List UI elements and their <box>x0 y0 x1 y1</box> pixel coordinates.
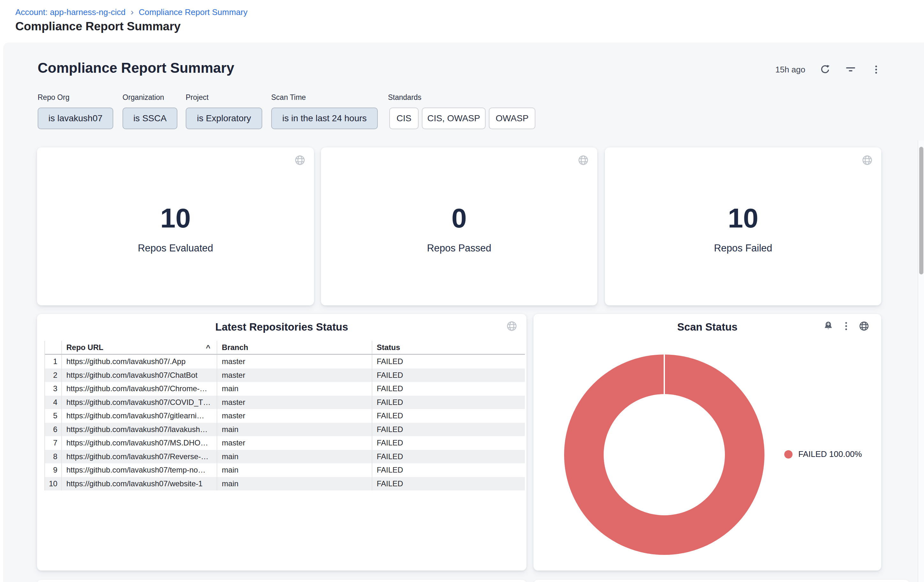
donut-hole <box>604 394 725 515</box>
stat-label: Repos Failed <box>605 242 881 254</box>
status-cell: FAILED <box>372 477 525 491</box>
more-options-icon[interactable] <box>840 320 852 332</box>
status-cell: FAILED <box>372 369 525 382</box>
app-header: Account: app-harness-ng-cicd›Compliance … <box>0 0 924 43</box>
filter-chip-standards-cis-owasp[interactable]: CIS, OWASP <box>422 107 486 129</box>
more-options-icon[interactable] <box>870 64 882 75</box>
filter-chip-repo-org[interactable]: is lavakush07 <box>38 107 113 129</box>
stat-card-repos-passed: 0 Repos Passed <box>321 147 597 305</box>
breadcrumb-current-link[interactable]: Compliance Report Summary <box>139 7 248 17</box>
stat-label: Repos Evaluated <box>37 242 314 254</box>
repositories-table: Repo URL ^ Branch Status 1 https://githu… <box>45 341 525 490</box>
scan-status-card: Scan Status FAILED 100.00% <box>533 314 881 570</box>
vertical-scrollbar[interactable] <box>917 140 924 582</box>
stat-value: 10 <box>605 202 881 234</box>
status-cell: FAILED <box>372 423 525 437</box>
status-cell: FAILED <box>372 355 525 369</box>
status-cell: FAILED <box>372 409 525 423</box>
repo-url-cell: https://github.com/lavakush07/lavakush… <box>61 423 217 437</box>
refresh-icon[interactable] <box>819 64 831 75</box>
legend-failed-label: FAILED 100.00% <box>798 449 862 459</box>
globe-icon[interactable] <box>578 155 589 167</box>
branch-cell: master <box>217 396 371 409</box>
filter-label-repo-org: Repo Org <box>38 93 69 102</box>
stat-card-repos-evaluated: 10 Repos Evaluated <box>37 147 314 305</box>
breadcrumb-account-link[interactable]: Account: app-harness-ng-cicd <box>15 7 125 17</box>
branch-cell: master <box>217 355 371 369</box>
chart-legend[interactable]: FAILED 100.00% <box>784 449 862 459</box>
branch-cell: master <box>217 369 371 382</box>
branch-cell: master <box>217 436 371 450</box>
branch-cell: main <box>217 423 371 437</box>
filter-icon[interactable] <box>845 64 856 75</box>
branch-cell: main <box>217 477 371 491</box>
filter-chip-standards-owasp[interactable]: OWASP <box>489 107 535 129</box>
column-header-index <box>45 341 61 354</box>
stat-label: Repos Passed <box>321 242 597 254</box>
table-row[interactable]: 9 https://github.com/lavakush07/temp-no…… <box>45 463 525 477</box>
breadcrumb: Account: app-harness-ng-cicd›Compliance … <box>15 7 248 17</box>
table-row[interactable]: 1 https://github.com/lavakush07/.App mas… <box>45 355 525 369</box>
sort-ascending-icon[interactable]: ^ <box>206 341 210 354</box>
filter-chip-scan-time[interactable]: is in the last 24 hours <box>271 107 378 129</box>
table-row[interactable]: 3 https://github.com/lavakush07/Chrome-…… <box>45 382 525 396</box>
globe-icon[interactable] <box>858 320 870 332</box>
table-row[interactable]: 4 https://github.com/lavakush07/COVID_T…… <box>45 396 525 409</box>
legend-failed-swatch <box>784 450 792 458</box>
column-header-branch[interactable]: Branch <box>217 341 371 354</box>
globe-icon[interactable] <box>294 155 306 167</box>
filter-label-standards: Standards <box>388 93 421 102</box>
scrollbar-thumb[interactable] <box>919 147 923 274</box>
repo-url-cell: https://github.com/lavakush07/ChatBot <box>61 369 217 382</box>
table-row[interactable]: 6 https://github.com/lavakush07/lavakush… <box>45 423 525 437</box>
stat-card-repos-failed: 10 Repos Failed <box>605 147 881 305</box>
branch-cell: main <box>217 450 371 463</box>
table-row[interactable]: 5 https://github.com/lavakush07/gitlearn… <box>45 409 525 423</box>
page-title: Compliance Report Summary <box>15 20 181 33</box>
partial-card-bottom-right <box>533 580 909 582</box>
repo-url-cell: https://github.com/lavakush07/website-1 <box>61 477 217 491</box>
repo-url-cell: https://github.com/lavakush07/Reverse-… <box>61 450 217 463</box>
filter-label-organization: Organization <box>122 93 164 102</box>
last-refreshed-label: 15h ago <box>776 65 805 75</box>
status-cell: FAILED <box>372 436 525 450</box>
stat-value: 0 <box>321 202 597 234</box>
repo-url-cell: https://github.com/lavakush07/temp-no… <box>61 463 217 477</box>
globe-icon[interactable] <box>861 155 873 167</box>
bell-plus-icon[interactable] <box>823 320 834 332</box>
filter-chip-standards-cis[interactable]: CIS <box>389 107 419 129</box>
filter-label-project: Project <box>186 93 209 102</box>
status-cell: FAILED <box>372 382 525 396</box>
partial-card-bottom-left <box>37 580 526 582</box>
donut-slice-boundary <box>664 354 665 395</box>
repo-url-cell: https://github.com/lavakush07/.App <box>61 355 217 369</box>
repo-url-cell: https://github.com/lavakush07/Chrome-… <box>61 382 217 396</box>
branch-cell: master <box>217 409 371 423</box>
table-row[interactable]: 10 https://github.com/lavakush07/website… <box>45 477 525 491</box>
scan-status-donut-chart[interactable] <box>564 354 764 555</box>
stat-value: 10 <box>37 202 314 234</box>
repo-url-cell: https://github.com/lavakush07/COVID_T… <box>61 396 217 409</box>
filter-chip-project[interactable]: is Exploratory <box>186 107 262 129</box>
branch-cell: main <box>217 382 371 396</box>
column-header-repo-url[interactable]: Repo URL ^ <box>61 341 217 354</box>
table-row[interactable]: 8 https://github.com/lavakush07/Reverse-… <box>45 450 525 463</box>
filter-label-scan-time: Scan Time <box>271 93 306 102</box>
table-header-row: Repo URL ^ Branch Status <box>45 341 525 355</box>
dashboard-title: Compliance Report Summary <box>38 60 234 76</box>
latest-repositories-status-card: Latest Repositories Status Repo URL ^ Br… <box>37 314 526 570</box>
breadcrumb-chevron-icon: › <box>130 7 134 17</box>
status-cell: FAILED <box>372 450 525 463</box>
table-row[interactable]: 2 https://github.com/lavakush07/ChatBot … <box>45 369 525 382</box>
table-card-title: Latest Repositories Status <box>37 321 526 333</box>
column-header-status[interactable]: Status <box>372 341 525 354</box>
globe-icon[interactable] <box>506 320 518 333</box>
branch-cell: main <box>217 463 371 477</box>
repo-url-cell: https://github.com/lavakush07/MS.DHO… <box>61 436 217 450</box>
table-row[interactable]: 7 https://github.com/lavakush07/MS.DHO… … <box>45 436 525 450</box>
dashboard-toolbar: 15h ago <box>776 63 882 77</box>
status-cell: FAILED <box>372 396 525 409</box>
repo-url-cell: https://github.com/lavakush07/gitlearni… <box>61 409 217 423</box>
filter-chip-organization[interactable]: is SSCA <box>122 107 177 129</box>
status-cell: FAILED <box>372 463 525 477</box>
